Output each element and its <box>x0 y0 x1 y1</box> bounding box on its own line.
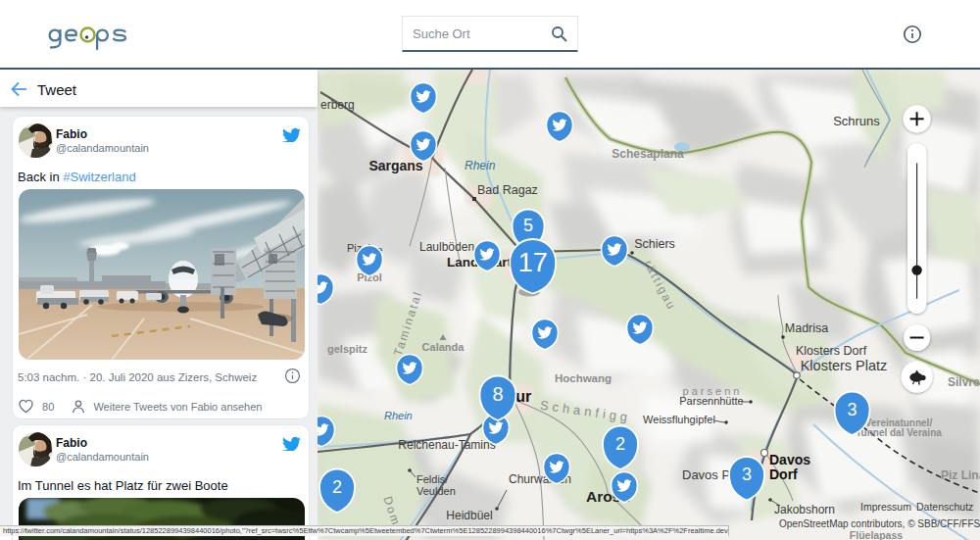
svg-text:3: 3 <box>742 465 752 484</box>
svg-text:Rhein: Rhein <box>465 159 496 172</box>
svg-text:Laulböden: Laulböden <box>419 240 474 254</box>
svg-text:Davos: Davos <box>769 452 810 467</box>
svg-text:Heidbüel: Heidbüel <box>446 509 492 522</box>
svg-text:Silvrett: Silvrett <box>948 375 980 389</box>
svg-text:erberg: erberg <box>320 98 355 112</box>
svg-text:Impressum: Impressum <box>860 501 911 513</box>
svg-text:Schruns: Schruns <box>833 114 880 128</box>
svg-text:OpenStreetMap contributors, ©: OpenStreetMap contributors, © SBB/CFF/FF… <box>779 518 980 529</box>
svg-text:Hochwang: Hochwang <box>555 372 612 384</box>
svg-text:Jakobshorn: Jakobshorn <box>774 503 835 516</box>
svg-text:Datenschutz: Datenschutz <box>916 501 973 513</box>
svg-text:17: 17 <box>518 248 548 277</box>
svg-text:gelspitz: gelspitz <box>327 343 368 355</box>
svg-text:Schiers: Schiers <box>634 237 675 251</box>
svg-text:Calanda: Calanda <box>422 341 466 353</box>
svg-text:2: 2 <box>615 434 625 454</box>
svg-text:Veulden: Veulden <box>416 485 456 497</box>
svg-text:2: 2 <box>332 477 342 497</box>
svg-text:Weissfluhgipfel: Weissfluhgipfel <box>643 414 715 425</box>
svg-text:Madrisa: Madrisa <box>785 321 829 335</box>
svg-text:Klosters Dorf: Klosters Dorf <box>796 344 867 358</box>
svg-text:Klosters Platz: Klosters Platz <box>801 358 888 373</box>
svg-text:Sargans: Sargans <box>368 158 422 173</box>
svg-text:Tunnel dal Veraina: Tunnel dal Veraina <box>856 427 942 438</box>
svg-text:3: 3 <box>847 400 857 419</box>
svg-text:Schesaplana: Schesaplana <box>612 147 684 161</box>
svg-text:5: 5 <box>523 216 533 235</box>
svg-text:Piz Linar: Piz Linar <box>941 468 980 482</box>
svg-text:Feldis/: Feldis/ <box>416 473 449 485</box>
svg-text:8: 8 <box>492 383 503 405</box>
svg-text:Davos Pl: Davos Pl <box>682 467 733 482</box>
svg-text:Rhein: Rhein <box>384 410 413 421</box>
svg-text:Bad Ragaz: Bad Ragaz <box>477 183 538 197</box>
svg-text:Flüelapass: Flüelapass <box>850 529 903 540</box>
svg-text:Dorf: Dorf <box>769 466 798 482</box>
svg-text:Reichenau-Tamins: Reichenau-Tamins <box>398 438 495 452</box>
svg-text:Parsennhütte: Parsennhütte <box>679 395 743 407</box>
